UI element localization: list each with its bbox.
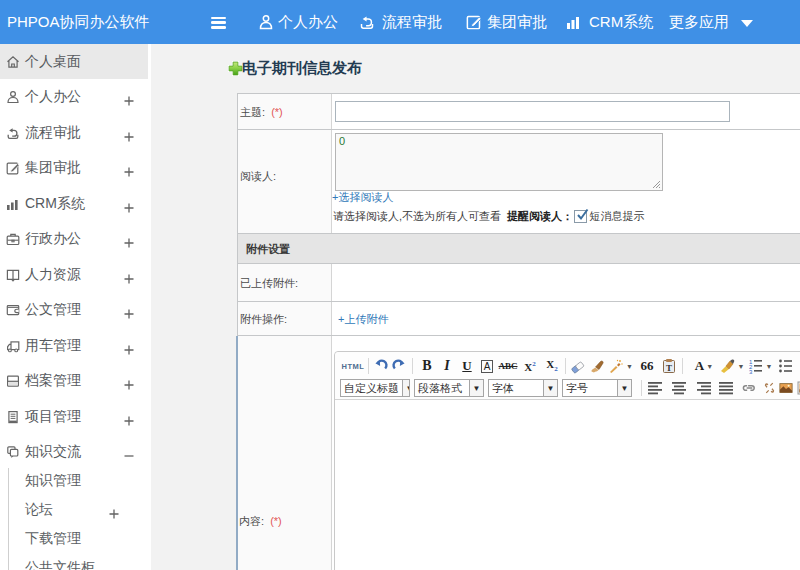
svg-text:3: 3 <box>749 369 753 375</box>
svg-text:T: T <box>666 363 672 373</box>
